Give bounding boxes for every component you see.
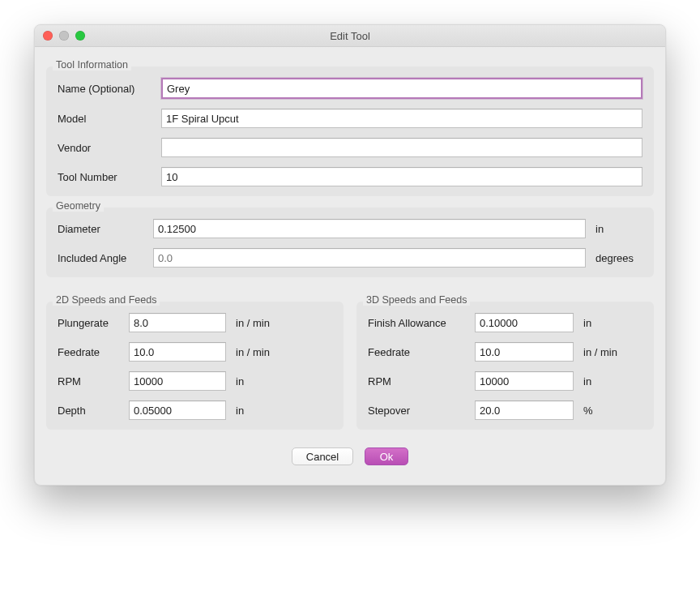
included-angle-field[interactable] xyxy=(153,248,586,268)
finish-allowance-field[interactable] xyxy=(475,313,574,332)
vendor-label: Vendor xyxy=(58,142,152,154)
stepover-label: Stepover xyxy=(368,405,465,417)
rpm-3d-unit: in xyxy=(583,375,629,387)
diameter-unit: in xyxy=(595,223,642,235)
minimize-icon xyxy=(59,31,69,41)
group-legend: 2D Speeds and Feeds xyxy=(53,294,160,306)
feedrate-2d-field[interactable] xyxy=(129,342,226,362)
maximize-icon[interactable] xyxy=(75,31,85,41)
group-geometry: Geometry Diameter in Included Angle degr… xyxy=(46,208,654,277)
model-label: Model xyxy=(58,113,152,125)
rpm-2d-unit: in xyxy=(236,375,281,387)
window-title: Edit Tool xyxy=(35,30,665,42)
feedrate-2d-label: Feedrate xyxy=(58,346,119,358)
depth-unit: in xyxy=(236,405,281,417)
rpm-2d-field[interactable] xyxy=(129,371,226,391)
model-field[interactable] xyxy=(161,109,642,128)
cancel-button[interactable]: Cancel xyxy=(292,447,353,465)
edit-tool-window: Edit Tool Tool Information Name (Optiona… xyxy=(34,24,666,486)
feedrate-3d-unit: in / min xyxy=(583,346,629,358)
tool-number-field[interactable] xyxy=(161,167,642,186)
rpm-3d-label: RPM xyxy=(368,375,465,387)
depth-field[interactable] xyxy=(129,400,226,420)
vendor-field[interactable] xyxy=(161,138,642,157)
dialog-footer: Cancel Ok xyxy=(46,447,654,465)
ok-button[interactable]: Ok xyxy=(365,447,408,465)
depth-label: Depth xyxy=(58,405,119,417)
feedrate-3d-field[interactable] xyxy=(475,342,574,362)
titlebar: Edit Tool xyxy=(35,25,665,47)
group-3d-speeds-feeds: 3D Speeds and Feeds Finish Allowance in … xyxy=(356,302,654,430)
tool-number-label: Tool Number xyxy=(58,171,152,183)
rpm-3d-field[interactable] xyxy=(475,371,574,391)
included-angle-unit: degrees xyxy=(595,252,642,264)
plungerate-unit: in / min xyxy=(236,317,281,329)
diameter-label: Diameter xyxy=(58,223,143,235)
feedrate-3d-label: Feedrate xyxy=(368,346,465,358)
rpm-2d-label: RPM xyxy=(58,375,119,387)
finish-allowance-unit: in xyxy=(583,317,629,329)
group-legend: Geometry xyxy=(53,200,104,212)
close-icon[interactable] xyxy=(43,31,53,41)
dialog-content: Tool Information Name (Optional) Model V… xyxy=(35,47,665,485)
group-legend: 3D Speeds and Feeds xyxy=(363,294,470,306)
diameter-field[interactable] xyxy=(153,219,586,238)
feedrate-2d-unit: in / min xyxy=(236,346,281,358)
plungerate-field[interactable] xyxy=(129,313,226,332)
plungerate-label: Plungerate xyxy=(58,317,119,329)
group-2d-speeds-feeds: 2D Speeds and Feeds Plungerate in / min … xyxy=(46,302,344,430)
name-field[interactable] xyxy=(161,78,642,99)
stepover-unit: % xyxy=(583,405,629,417)
finish-allowance-label: Finish Allowance xyxy=(368,317,465,329)
group-legend: Tool Information xyxy=(53,59,131,71)
group-tool-information: Tool Information Name (Optional) Model V… xyxy=(46,66,654,196)
included-angle-label: Included Angle xyxy=(58,252,143,264)
stepover-field[interactable] xyxy=(475,400,574,420)
name-label: Name (Optional) xyxy=(58,83,152,95)
window-controls xyxy=(43,31,85,41)
